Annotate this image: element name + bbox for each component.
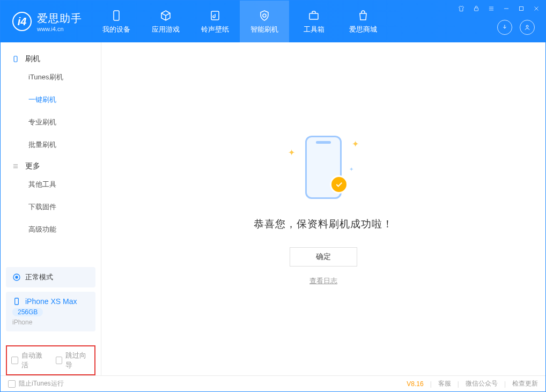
tab-label: 工具箱 xyxy=(304,25,324,34)
maximize-icon[interactable] xyxy=(517,4,526,13)
sidebar-item-itunes-flash[interactable]: iTunes刷机 xyxy=(1,66,101,88)
footer-link-update[interactable]: 检查更新 xyxy=(512,379,538,388)
sidebar-item-batch-flash[interactable]: 批量刷机 xyxy=(1,134,101,156)
main-content: ✦ ✦ ✦ 恭喜您，保资料刷机成功啦！ 确定 查看日志 xyxy=(101,42,545,375)
briefcase-icon xyxy=(307,9,321,23)
device-icon xyxy=(11,55,20,63)
svg-rect-6 xyxy=(14,56,17,62)
svg-rect-3 xyxy=(475,8,478,11)
svg-rect-2 xyxy=(309,13,318,19)
menu-icon[interactable] xyxy=(486,4,496,13)
svg-point-5 xyxy=(526,25,528,27)
success-illustration: ✦ ✦ ✦ xyxy=(281,132,366,202)
checkbox-box-icon xyxy=(11,357,18,364)
sidebar-item-pro-flash[interactable]: 专业刷机 xyxy=(1,111,101,134)
tab-label: 应用游戏 xyxy=(152,25,180,34)
phone-icon xyxy=(109,9,123,23)
footer-right: V8.16 | 客服 | 微信公众号 | 检查更新 xyxy=(407,379,538,388)
user-button[interactable] xyxy=(520,20,535,35)
list-icon xyxy=(11,162,20,171)
sidebar: 刷机 iTunes刷机 一键刷机 专业刷机 批量刷机 更多 其他工具 下载固件 … xyxy=(1,42,101,375)
tab-apps-games[interactable]: 应用游戏 xyxy=(141,1,190,42)
separator: | xyxy=(458,380,459,388)
logo-area: i4 爱思助手 www.i4.cn xyxy=(1,11,92,32)
music-icon xyxy=(208,9,222,23)
checkbox-label: 阻止iTunes运行 xyxy=(19,379,64,388)
lock-icon[interactable] xyxy=(471,4,481,13)
tab-label: 我的设备 xyxy=(102,25,130,34)
checkbox-skip-guide[interactable]: 跳过向导 xyxy=(56,351,91,370)
mode-label: 正常模式 xyxy=(25,272,53,282)
tab-label: 智能刷机 xyxy=(250,25,278,34)
app-url: www.i4.cn xyxy=(37,26,82,32)
checkbox-box-icon xyxy=(56,357,63,364)
tab-smart-flash[interactable]: 智能刷机 xyxy=(240,1,289,42)
tab-store[interactable]: 爱思商城 xyxy=(338,1,388,42)
checkbox-block-itunes[interactable]: 阻止iTunes运行 xyxy=(8,379,64,388)
sidebar-item-oneclick-flash[interactable]: 一键刷机 xyxy=(1,88,101,111)
section-label: 更多 xyxy=(25,161,40,171)
svg-rect-9 xyxy=(15,298,19,305)
tab-ring-wallpaper[interactable]: 铃声壁纸 xyxy=(190,1,240,42)
checkbox-label: 自动激活 xyxy=(21,351,46,370)
ok-button[interactable]: 确定 xyxy=(290,247,357,267)
device-name: iPhone XS Max xyxy=(25,297,77,306)
app-name: 爱思助手 xyxy=(37,11,82,26)
footer-link-wechat[interactable]: 微信公众号 xyxy=(466,379,498,388)
mode-icon xyxy=(12,273,21,282)
footer-link-service[interactable]: 客服 xyxy=(438,379,451,388)
checkbox-auto-activate[interactable]: 自动激活 xyxy=(11,351,46,370)
separator: | xyxy=(430,380,432,388)
sidebar-item-other-tools[interactable]: 其他工具 xyxy=(1,173,101,196)
highlighted-options-row: 自动激活 跳过向导 xyxy=(6,345,95,375)
sidebar-item-firmware[interactable]: 下载固件 xyxy=(1,196,101,218)
device-storage-badge: 256GB xyxy=(12,308,43,316)
sparkle-icon: ✦ xyxy=(288,147,295,158)
shirt-icon[interactable] xyxy=(456,4,466,13)
sidebar-section-more: 更多 xyxy=(1,156,101,173)
nav-tabs: 我的设备 应用游戏 铃声壁纸 智能刷机 工具箱 爱思商城 xyxy=(92,1,388,42)
footer: 阻止iTunes运行 V8.16 | 客服 | 微信公众号 | 检查更新 xyxy=(1,375,545,391)
phone-small-icon xyxy=(12,297,21,306)
view-log-link[interactable]: 查看日志 xyxy=(309,276,337,286)
refresh-shield-icon xyxy=(257,9,271,23)
sidebar-section-flash: 刷机 xyxy=(1,49,101,66)
cube-icon xyxy=(159,9,173,23)
version-label: V8.16 xyxy=(407,380,423,388)
section-label: 刷机 xyxy=(25,54,40,64)
app-header: i4 爱思助手 www.i4.cn 我的设备 应用游戏 铃声壁纸 智能刷机 工具… xyxy=(1,1,545,42)
tab-label: 铃声壁纸 xyxy=(201,25,229,34)
checkbox-box-icon xyxy=(8,380,16,388)
svg-point-8 xyxy=(16,276,18,278)
tab-toolbox[interactable]: 工具箱 xyxy=(289,1,338,42)
logo-icon: i4 xyxy=(12,12,32,31)
window-controls xyxy=(456,4,541,13)
check-badge-icon xyxy=(330,175,348,194)
device-area: 正常模式 iPhone XS Max 256GB iPhone xyxy=(1,263,101,342)
checkbox-label: 跳过向导 xyxy=(65,351,90,370)
device-card[interactable]: iPhone XS Max 256GB iPhone xyxy=(6,292,95,331)
app-body: 刷机 iTunes刷机 一键刷机 专业刷机 批量刷机 更多 其他工具 下载固件 … xyxy=(1,42,545,375)
sidebar-item-advanced[interactable]: 高级功能 xyxy=(1,218,101,241)
separator: | xyxy=(504,380,506,388)
svg-rect-0 xyxy=(114,11,119,20)
tab-my-device[interactable]: 我的设备 xyxy=(92,1,141,42)
device-mode[interactable]: 正常模式 xyxy=(6,267,95,287)
sparkle-icon: ✦ xyxy=(349,166,353,172)
sparkle-icon: ✦ xyxy=(352,139,359,149)
minimize-icon[interactable] xyxy=(501,4,511,13)
tab-label: 爱思商城 xyxy=(349,25,377,34)
svg-rect-4 xyxy=(520,7,523,11)
close-icon[interactable] xyxy=(532,4,541,13)
success-message: 恭喜您，保资料刷机成功啦！ xyxy=(254,217,393,231)
header-right-buttons xyxy=(497,20,535,35)
bag-icon xyxy=(356,9,370,23)
device-type: iPhone xyxy=(12,319,32,326)
download-button[interactable] xyxy=(497,20,512,35)
